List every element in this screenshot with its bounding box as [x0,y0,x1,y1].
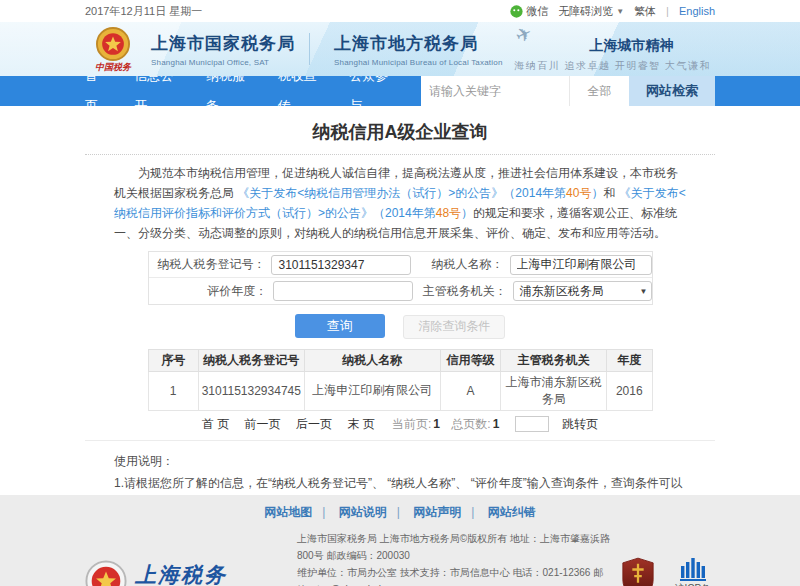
china-taxation-emblem: 中国税务 [85,27,141,72]
footer-line-address: 上海市国家税务局 上海市地方税务局©版权所有 地址：上海市肇嘉浜路800号 邮政… [297,530,611,564]
taxpayer-name-label: 纳税人名称： [411,256,503,273]
last-page-link[interactable]: 末 页 [347,417,374,431]
jump-page-button[interactable]: 跳转页 [562,417,598,431]
results-table: 序号 纳税人税务登记号 纳税人名称 信用等级 主管税务机关 年度 1 31011… [148,349,653,411]
table-row: 1 310115132934745 上海申江印刷有限公司 A 上海市浦东新区税务… [148,371,652,410]
form-buttons: 查询 清除查询条件 [0,314,800,339]
total-pages-value: 1 [493,417,500,431]
jump-page-input[interactable] [515,416,549,432]
intro-paragraph: 为规范本市纳税信用管理，促进纳税人诚信自律，提高税法遵从度，推进社会信用体系建设… [114,163,686,243]
footer-link-site-guide[interactable]: 网站说明 [339,505,400,519]
cell-taxpayer-name: 上海申江印刷有限公司 [304,371,440,410]
page-title: 纳税信用A级企业查询 [0,106,800,154]
airplane-icon: ✈ [512,22,536,48]
city-spirit-block: ✈ 上海城市精神 海纳百川 追求卓越 开明睿智 大气谦和 [514,26,715,73]
instruction-line: 1.请根据您所了解的信息，在“纳税人税务登记号”、 “纳税人名称”、 “评价年度… [114,473,686,496]
footer-link-sitemap[interactable]: 网站地图 [264,505,325,519]
first-page-link[interactable]: 首 页 [202,417,229,431]
main-nav: 首页 信息公开 纳税服务 税收宣传 公众参与 全部 网站检索 [0,76,800,106]
local-tax-bureau-title: 上海市地方税务局 Shanghai Municipal Bureau of Lo… [334,32,503,67]
shield-badge-icon: 党政机关 [621,557,655,586]
accessibility-link[interactable]: 无障碍浏览 ▼ [558,4,624,19]
site-footer: 网站地图 网站说明 网站声明 网站纠错 上海税务 www.tax.sh.gov.… [0,495,800,586]
query-form: 纳税人税务登记号： 纳税人名称： 评价年度： 主管税务机关： 浦东新区税务局 ▼ [148,251,653,305]
shanghai-tax-wordmark: 上海税务 [135,564,227,586]
shanghai-tax-logo: 上海税务 www.tax.sh.gov.cn [85,560,297,586]
wechat-link[interactable]: 微信 [510,4,548,19]
current-page-label: 当前页: [392,417,431,431]
english-link[interactable]: English [679,5,715,17]
footer-copyright-block: 上海市国家税务局 上海市地方税务局©版权所有 地址：上海市肇嘉浜路800号 邮政… [297,530,611,586]
footer-badges: 党政机关 沪ICP备 12004267 [621,557,716,586]
taxpayer-reg-label: 纳税人税务登记号： [149,256,266,273]
col-header-year: 年度 [607,349,652,371]
divider [85,154,715,155]
site-search-button[interactable]: 网站检索 [629,76,715,106]
search-scope-select[interactable]: 全部 [569,76,629,106]
taxation-emblem-icon [96,27,130,61]
government-agency-badge[interactable]: 党政机关 [621,557,655,586]
total-pages-label: 总页数: [451,417,490,431]
site-header: 中国税务 上海市国家税务局 Shanghai Municipal Office,… [0,22,800,76]
city-spirit-title: 上海城市精神 [552,37,711,55]
evaluation-year-label: 评价年度： [149,283,268,300]
taxpayer-name-input[interactable] [510,255,652,275]
top-utility-bar: 2017年12月11日 星期一 微信 无障碍浏览 ▼ 繁体 | English [0,0,800,22]
doc-number-40: 40号 [566,186,591,200]
cell-credit-rating: A [440,371,500,410]
regulation-link-40[interactable]: 《关于发布<纳税信用管理办法（试行）>的公告》 [237,186,503,200]
city-spirit-words: 海纳百川 追求卓越 开明睿智 大气谦和 [514,59,711,73]
traditional-chinese-link[interactable]: 繁体 [634,4,656,19]
cell-index: 1 [148,371,198,410]
col-header-reg-number: 纳税人税务登记号 [198,349,304,371]
col-header-tax-authority: 主管税务机关 [501,349,607,371]
pagination: 首 页 前一页 后一页 末 页 当前页:1 总页数:1 跳转页 [0,416,800,433]
table-header-row: 序号 纳税人税务登记号 纳税人名称 信用等级 主管税务机关 年度 [148,349,652,371]
instructions-title: 使用说明： [114,451,686,471]
national-tax-bureau-title: 上海市国家税务局 Shanghai Municipal Office, SAT [151,32,295,67]
divider [85,440,715,441]
doc-number-48: 48号 [436,206,461,220]
taxpayer-reg-input[interactable] [271,255,411,275]
clear-conditions-button[interactable]: 清除查询条件 [403,315,505,339]
emblem-caption: 中国税务 [85,62,141,72]
footer-link-site-statement[interactable]: 网站声明 [413,505,474,519]
main-content: 纳税信用A级企业查询 为规范本市纳税信用管理，促进纳税人诚信自律，提高税法遵从度… [0,106,800,495]
query-button[interactable]: 查询 [295,314,385,338]
col-header-credit-rating: 信用等级 [440,349,500,371]
tax-emblem-icon [85,560,127,586]
divider [309,33,310,65]
chevron-down-icon: ▼ [640,283,648,301]
icp-emblem-icon [680,557,706,581]
divider: | [666,5,669,17]
footer-link-error-report[interactable]: 网站纠错 [488,505,536,519]
icp-license-link[interactable]: 沪ICP备 12004267 [671,557,716,586]
cell-year: 2016 [607,371,652,410]
current-date: 2017年12月11日 星期一 [85,4,202,19]
cell-reg-number: 310115132934745 [198,371,304,410]
current-page-value: 1 [433,417,440,431]
prev-page-link[interactable]: 前一页 [245,417,281,431]
wechat-icon [510,5,523,18]
tax-authority-label: 主管税务机关： [413,283,506,300]
usage-instructions: 使用说明： 1.请根据您所了解的信息，在“纳税人税务登记号”、 “纳税人名称”、… [114,451,686,496]
search-input[interactable] [421,76,569,106]
tax-authority-select[interactable]: 浦东新区税务局 ▼ [513,281,652,301]
next-page-link[interactable]: 后一页 [296,417,332,431]
chevron-down-icon: ▼ [616,7,624,16]
footer-links: 网站地图 网站说明 网站声明 网站纠错 [0,504,800,521]
col-header-index: 序号 [148,349,198,371]
col-header-taxpayer-name: 纳税人名称 [304,349,440,371]
cell-tax-authority: 上海市浦东新区税务局 [501,371,607,410]
evaluation-year-input[interactable] [273,281,413,301]
site-search: 全部 网站检索 [421,76,715,106]
footer-line-contact: 维护单位：市局办公室 技术支持：市局信息中心 电话：021-12366 邮箱：t… [297,564,611,586]
